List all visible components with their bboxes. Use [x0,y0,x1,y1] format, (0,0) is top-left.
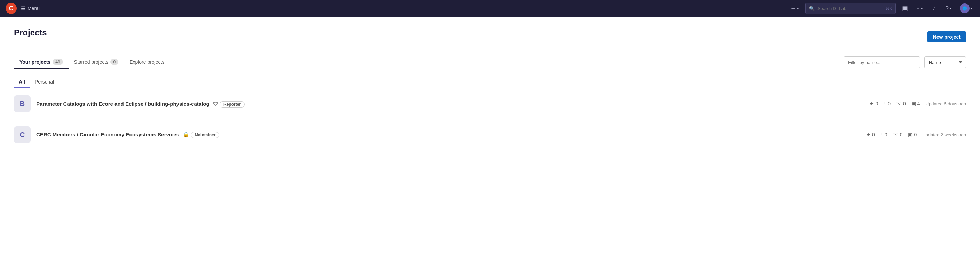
page-header: Projects New project [14,28,966,46]
create-caret: ▾ [797,6,799,11]
merge-request-icon: ⑂ [916,5,920,12]
project-name-c: CERC Members / Circular Economy Ecosyste… [36,132,861,138]
search-icon: 🔍 [809,6,815,11]
forks-stat-b: ⑂ 0 [884,101,891,106]
table-row: B Parameter Catalogs with Ecore and Ecli… [14,88,966,119]
mrs-stat-c: ⌥ 0 [893,132,903,137]
issues-button[interactable]: ☑ [929,3,939,14]
navbar: C ☰ Menu ＋ ▾ 🔍 ⌘K ▣ ⑂ ▾ ☑ ? ▾ 🌐 ▾ [0,0,980,17]
project-avatar-c: C [14,126,30,143]
project-info-b: Parameter Catalogs with Ecore and Eclips… [36,101,864,107]
gitlab-logo[interactable]: C [6,3,17,14]
forks-stat-c: ⑂ 0 [880,132,888,137]
sort-select[interactable]: Name Last updated Last created Stars [924,56,966,68]
project-stats-c: ★ 0 ⑂ 0 ⌥ 0 ▣ 0 [866,132,917,137]
mr-caret: ▾ [921,6,923,11]
todo-button[interactable]: ▣ [900,3,910,14]
new-project-button[interactable]: New project [928,31,966,43]
help-caret: ▾ [950,6,951,11]
project-avatar-b: B [14,95,30,112]
hamburger-icon: ☰ [21,6,25,11]
fork-icon: ⑂ [880,132,883,137]
mrs-stat-b: ⌥ 0 [896,101,906,106]
search-bar[interactable]: 🔍 ⌘K [805,3,896,14]
shield-icon: 🛡 [213,101,218,107]
search-shortcut: ⌘K [886,6,892,11]
fork-icon: ⑂ [884,101,886,106]
issues-icon-c: ▣ [908,132,913,137]
avatar: 🌐 [960,3,970,13]
user-avatar-button[interactable]: 🌐 ▾ [958,2,974,14]
star-icon: ★ [869,101,874,106]
issues-stat-c: ▣ 0 [908,132,917,137]
sub-tab-all[interactable]: All [14,76,30,88]
create-button[interactable]: ＋ ▾ [788,3,801,14]
main-content: Projects New project Your projects 41 St… [0,17,980,254]
project-stats-b: ★ 0 ⑂ 0 ⌥ 0 ▣ 4 [869,101,920,106]
merge-request-button[interactable]: ⑂ ▾ [914,3,925,14]
search-input[interactable] [818,6,883,11]
issues-stat-b: ▣ 4 [912,101,920,106]
help-icon: ? [945,5,949,12]
project-tabs: Your projects 41 Starred projects 0 Expl… [14,56,966,69]
mr-icon: ⌥ [893,132,899,137]
project-updated-b: Updated 5 days ago [926,101,966,106]
table-row: C CERC Members / Circular Economy Ecosys… [14,119,966,150]
plus-icon: ＋ [790,4,796,13]
role-badge-b: Reporter [220,101,245,108]
help-button[interactable]: ? ▾ [943,3,953,14]
issues-icon: ☑ [931,5,937,12]
stars-stat-b: ★ 0 [869,101,878,106]
mr-icon: ⌥ [896,101,902,106]
sub-tab-personal[interactable]: Personal [30,76,59,88]
menu-button[interactable]: ☰ Menu [21,6,40,11]
project-info-c: CERC Members / Circular Economy Ecosyste… [36,132,861,138]
project-name-b: Parameter Catalogs with Ecore and Eclips… [36,101,864,107]
project-list: B Parameter Catalogs with Ecore and Ecli… [14,88,966,150]
star-icon: ★ [866,132,871,137]
tab-your-projects[interactable]: Your projects 41 [14,56,68,69]
issues-icon-b: ▣ [912,101,916,106]
page-title: Projects [14,28,928,38]
lock-icon: 🔒 [183,132,189,137]
tab-explore-projects[interactable]: Explore projects [124,56,170,69]
filter-controls: Name Last updated Last created Stars [843,56,966,68]
sub-tabs: All Personal [14,76,966,88]
todo-icon: ▣ [902,5,908,12]
stars-stat-c: ★ 0 [866,132,875,137]
role-badge-c: Maintainer [191,132,219,138]
avatar-caret: ▾ [970,6,972,11]
tab-starred-projects[interactable]: Starred projects 0 [68,56,124,69]
project-updated-c: Updated 2 weeks ago [922,132,966,137]
filter-input[interactable] [843,56,920,68]
